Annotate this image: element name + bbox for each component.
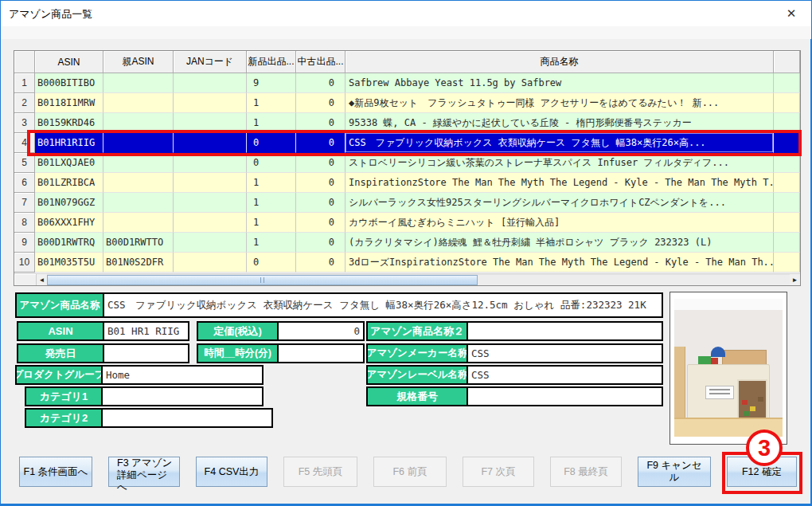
table-row[interactable]: 4 B01HR1RIIG 0 0 CSS ファブリック収納ボックス 衣類収納ケー… bbox=[14, 133, 800, 153]
new-listing-cell: 1 bbox=[247, 93, 296, 113]
scrollbar-track[interactable] bbox=[47, 274, 790, 285]
label-name-field[interactable]: CSS bbox=[468, 367, 662, 383]
scroll-right-icon[interactable]: ► bbox=[790, 274, 800, 285]
time-minutes-group: 時間__時分(分) bbox=[197, 343, 365, 363]
jan-code-cell bbox=[174, 113, 247, 133]
step-number-badge: 3 bbox=[746, 430, 783, 466]
window-title: アマゾン商品一覧 bbox=[9, 7, 92, 22]
used-listing-cell: 0 bbox=[296, 153, 345, 173]
app-window: アマゾン商品一覧 ✕ ASIN 親ASIN JANコード 新品出品... 中古出… bbox=[0, 0, 812, 506]
row-number-cell: 10 bbox=[14, 253, 35, 273]
release-date-label: 発売日 bbox=[18, 345, 104, 362]
function-button-f4[interactable]: F4 CSV出力 bbox=[196, 457, 267, 487]
release-date-field[interactable] bbox=[104, 345, 188, 362]
product-name-cell: CSS ファブリック収納ボックス 衣類収納ケース フタ無し 幅38×奥行26×高… bbox=[345, 133, 774, 153]
jan-code-cell bbox=[174, 233, 247, 253]
used-listing-cell: 0 bbox=[296, 113, 345, 133]
amazon-product-name2-group: アマゾン商品名称２ bbox=[366, 321, 663, 341]
parent-asin-cell bbox=[103, 93, 174, 113]
function-button-bar: F1 条件画面へF3 アマゾン 詳細ページへF4 CSV出力F5 先頭頁F6 前… bbox=[19, 457, 797, 487]
amazon-product-name2-label: アマゾン商品名称２ bbox=[368, 323, 468, 339]
product-group-field[interactable]: Home bbox=[103, 367, 262, 383]
parent-asin-cell bbox=[103, 193, 174, 213]
scroll-left-icon[interactable]: ◄ bbox=[37, 274, 47, 285]
new-listing-cell: 9 bbox=[247, 73, 296, 93]
product-group-group: プロダクトグループ Home bbox=[15, 365, 264, 385]
product-name-cell: 95338 蝶, CA - 緑緩やかに起伏している丘陵 - 楕円形郵便番号ステッ… bbox=[345, 113, 774, 133]
extra-cell bbox=[774, 93, 800, 113]
col-header-used-listing[interactable]: 中古出品... bbox=[296, 51, 345, 73]
col-header-new-listing[interactable]: 新品出品... bbox=[247, 51, 296, 73]
function-button-f1[interactable]: F1 条件画面へ bbox=[19, 457, 92, 487]
jan-code-cell bbox=[174, 253, 247, 273]
scrollbar-grip bbox=[260, 277, 264, 283]
price-field[interactable]: 0 bbox=[279, 323, 363, 339]
amazon-product-name2-field[interactable] bbox=[468, 323, 662, 339]
step-number: 3 bbox=[758, 437, 771, 460]
time-minutes-label: 時間__時分(分) bbox=[198, 345, 279, 362]
row-number-cell: 4 bbox=[14, 133, 35, 153]
used-listing-cell: 0 bbox=[296, 213, 345, 233]
product-name-cell: 3dローズInspirationzStore The Man The Myth … bbox=[345, 253, 774, 273]
asin-cell: B06XXX1FHY bbox=[35, 213, 103, 233]
table-header: ASIN 親ASIN JANコード 新品出品... 中古出品... 商品名称 bbox=[14, 51, 800, 73]
category1-group: カテゴリ1 bbox=[25, 386, 264, 406]
parent-asin-cell bbox=[103, 173, 174, 193]
scrollbar-thumb[interactable] bbox=[47, 275, 478, 285]
maker-name-field[interactable]: CSS bbox=[468, 345, 662, 362]
table-row[interactable]: 5 B01LXQJAE0 0 0 ストロベリーシリコン緩い茶葉のストレーナ草スパ… bbox=[14, 153, 800, 173]
table-row[interactable]: 3 B0159KRD46 1 0 95338 蝶, CA - 緑緩やかに起伏して… bbox=[14, 113, 800, 133]
new-listing-cell: 1 bbox=[247, 113, 296, 133]
product-table: ASIN 親ASIN JANコード 新品出品... 中古出品... 商品名称 1… bbox=[14, 50, 801, 286]
extra-cell bbox=[774, 253, 800, 273]
category1-field[interactable] bbox=[103, 388, 262, 405]
new-listing-cell: 0 bbox=[247, 153, 296, 173]
table-row[interactable]: 6 B01LZRIBCA 1 0 InspirationzStore The M… bbox=[14, 173, 800, 193]
title-bar: アマゾン商品一覧 ✕ bbox=[1, 1, 811, 26]
product-group-label: プロダクトグループ bbox=[17, 367, 103, 383]
asin-cell: B0159KRD46 bbox=[35, 113, 103, 133]
table-row[interactable]: 9 B00D1RWTRQ B00D1RWTTO 1 0 (カラクリタマシイ)絡繰… bbox=[14, 233, 800, 253]
table-row[interactable]: 8 B06XXX1FHY 1 0 カウボーイ風むぎわらミニハット [並行輸入品] bbox=[14, 213, 800, 233]
col-header-asin[interactable]: ASIN bbox=[35, 51, 103, 73]
col-header-parent-asin[interactable]: 親ASIN bbox=[103, 51, 174, 73]
label-name-group: アマゾンレーベル名称 CSS bbox=[366, 365, 663, 385]
horizontal-scrollbar[interactable]: ◄ ► bbox=[14, 273, 800, 285]
row-number-cell: 7 bbox=[14, 193, 35, 213]
table-row[interactable]: 10 B01M035T5U B01N0S2DFR 0 0 3dローズInspir… bbox=[14, 253, 800, 273]
parent-asin-cell bbox=[103, 113, 174, 133]
table-row[interactable]: 2 B0118I1MRW 1 0 ◆新品9枚セット フラッシュタトゥー同様 アク… bbox=[14, 93, 800, 113]
product-name-cell: (カラクリタマシイ)絡繰魂 鯉＆牡丹刺繍 半袖ポロシャツ ブラック 232323… bbox=[345, 233, 774, 253]
col-header-product-name[interactable]: 商品名称 bbox=[345, 51, 774, 73]
table-row[interactable]: 1 B000BITIBO 9 0 Safbrew Abbaye Yeast 11… bbox=[14, 73, 800, 93]
extra-cell bbox=[774, 173, 800, 193]
amazon-product-name-field[interactable]: CSS ファブリック収納ボックス 衣類収納ケース フタ無し 幅38×奥行26×高… bbox=[104, 294, 662, 316]
category1-label: カテゴリ1 bbox=[26, 388, 103, 405]
category2-field[interactable] bbox=[103, 410, 271, 426]
asin-label: ASIN bbox=[18, 323, 104, 339]
function-button-f3[interactable]: F3 アマゾン 詳細ページへ bbox=[108, 457, 180, 487]
product-image-frame bbox=[670, 292, 787, 445]
product-name-cell: シルバーラックス女性925スターリングシルバーマイクロホワイトCZペンダントを.… bbox=[345, 193, 774, 213]
asin-field[interactable]: B01 HR1 RIIG bbox=[104, 323, 188, 339]
product-name-cell: ストロベリーシリコン緩い茶葉のストレーナ草スパイス Infuser フィルタディ… bbox=[345, 153, 774, 173]
standard-number-field[interactable] bbox=[468, 388, 662, 405]
category2-group: カテゴリ2 bbox=[25, 408, 273, 428]
used-listing-cell: 0 bbox=[296, 173, 345, 193]
new-listing-cell: 1 bbox=[247, 233, 296, 253]
table-row[interactable]: 7 B01N079GGZ 1 0 シルバーラックス女性925スターリングシルバー… bbox=[14, 193, 800, 213]
parent-asin-cell: B00D1RWTTO bbox=[103, 233, 174, 253]
standard-number-group: 規格番号 bbox=[366, 386, 663, 406]
price-group: 定価(税込) 0 bbox=[197, 321, 365, 341]
close-icon[interactable]: ✕ bbox=[781, 6, 802, 22]
jan-code-cell bbox=[174, 93, 247, 113]
asin-cell: B0118I1MRW bbox=[35, 93, 103, 113]
function-button-f9[interactable]: F9 キャンセル bbox=[638, 457, 711, 487]
function-button-f7: F7 次頁 bbox=[463, 457, 534, 487]
extra-cell bbox=[774, 73, 800, 93]
col-header-jan-code[interactable]: JANコード bbox=[174, 51, 247, 73]
function-button-f8: F8 最終頁 bbox=[550, 457, 622, 487]
jan-code-cell bbox=[174, 173, 247, 193]
time-minutes-field[interactable] bbox=[279, 345, 363, 362]
jan-code-cell bbox=[174, 153, 247, 173]
